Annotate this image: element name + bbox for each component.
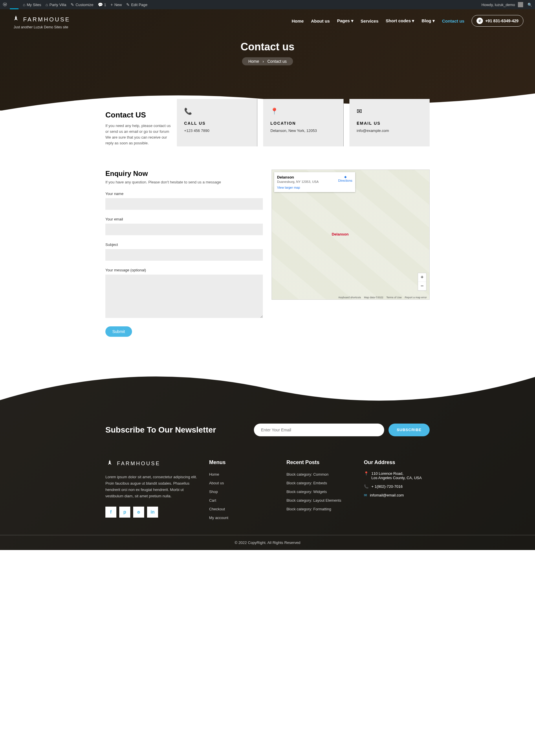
- my-sites-link[interactable]: ⌂My Sites: [23, 2, 41, 7]
- footer-email: infomail@email.com: [370, 493, 404, 497]
- location-value: Delanson, New York, 12053: [270, 128, 336, 133]
- call-value: +123 456 7890: [184, 128, 250, 133]
- menu-item[interactable]: About us: [209, 480, 275, 486]
- customize-label: Customize: [75, 3, 93, 7]
- avatar: [518, 2, 523, 7]
- recent-post-link[interactable]: Block category: Widgets: [286, 489, 352, 495]
- linkedin-icon[interactable]: in: [147, 507, 158, 518]
- recent-post-link[interactable]: Block category: Formatting: [286, 506, 352, 512]
- subscribe-button[interactable]: SUBSCRIBE: [388, 423, 430, 436]
- facebook-icon[interactable]: f: [105, 507, 116, 518]
- crumb-current: Contact us: [267, 59, 287, 64]
- nav-services[interactable]: Services: [361, 18, 379, 23]
- chevron-down-icon: ▾: [412, 18, 414, 23]
- logo-block[interactable]: FARMHOUSE Just another Luzuk Demo Sites …: [12, 15, 70, 29]
- directions-link[interactable]: ◆ Directions: [338, 175, 352, 182]
- howdy-link[interactable]: Howdy, luzuk_demo: [481, 2, 523, 7]
- new-link[interactable]: +New: [111, 2, 122, 7]
- zoom-out-button[interactable]: −: [418, 282, 426, 290]
- nav-contact[interactable]: Contact us: [442, 18, 465, 23]
- footer-brand: FARMHOUSE: [117, 461, 160, 467]
- directions-icon: ◆: [338, 175, 352, 179]
- view-larger-map-link[interactable]: View larger map: [277, 186, 319, 189]
- submit-button[interactable]: Submit: [105, 326, 132, 337]
- email-input[interactable]: [105, 224, 263, 235]
- contact-text: If you need any help, please contact us …: [105, 123, 171, 147]
- breadcrumb: Home › Contact us: [242, 57, 293, 66]
- map-credits: Keyboard shortcuts Map data ©2022 Terms …: [337, 296, 428, 299]
- pinterest-icon[interactable]: p: [119, 507, 130, 518]
- name-label: Your name: [105, 192, 263, 196]
- map-data-label: Map data ©2022: [364, 296, 383, 299]
- nav-shortcodes[interactable]: Short codes ▾: [386, 18, 414, 23]
- phone-icon: ✆: [476, 18, 483, 24]
- map-place-name: Delanson: [277, 175, 319, 179]
- search-icon[interactable]: 🔍: [527, 3, 532, 7]
- customize-link[interactable]: ✎Customize: [70, 2, 93, 7]
- logo-icon: [12, 15, 20, 24]
- mail-icon: ✉: [364, 493, 367, 497]
- phone-button[interactable]: ✆ +91 831-6349-429: [472, 15, 523, 27]
- email-card: ✉ EMAIL US info@example.com: [350, 99, 430, 147]
- map-pin-icon: 📍: [270, 108, 336, 115]
- mail-icon: ✉: [357, 108, 422, 115]
- recent-post-link[interactable]: Block category: Common: [286, 471, 352, 478]
- location-card: 📍 LOCATION Delanson, New York, 12053: [263, 99, 344, 147]
- email-value: info@example.com: [357, 128, 422, 133]
- nav-blog[interactable]: Blog ▾: [422, 18, 435, 23]
- newsletter-email-input[interactable]: [254, 423, 384, 436]
- site-name-link[interactable]: ⌂Party Villa: [45, 2, 66, 7]
- keyboard-shortcuts-link[interactable]: Keyboard shortcuts: [338, 296, 361, 299]
- nav-home[interactable]: Home: [292, 18, 304, 23]
- chevron-right-icon: ›: [263, 59, 264, 64]
- wave-divider: [0, 365, 535, 418]
- recent-post-link[interactable]: Block category: Layout Elements: [286, 497, 352, 504]
- comments-count: 1: [104, 3, 106, 7]
- newsletter-title: Subscribe To Our Newsletter: [105, 425, 216, 435]
- menu-item[interactable]: My account: [209, 515, 275, 521]
- map-pin-icon: 📍: [364, 471, 369, 480]
- crumb-home[interactable]: Home: [248, 59, 259, 64]
- enquiry-title: Enquiry Now: [105, 170, 263, 178]
- zoom-in-button[interactable]: +: [418, 273, 426, 282]
- message-label: Your message (optional): [105, 268, 263, 272]
- page-title: Contact us: [0, 41, 535, 53]
- footer-menus-col: Menus Home About us Shop Cart Checkout M…: [209, 459, 275, 524]
- site-name-label: Party Villa: [49, 3, 66, 7]
- footer-address-col: Our Address 📍 110 Lorence Road, Los Ange…: [364, 459, 430, 524]
- chevron-down-icon: ▾: [433, 18, 435, 23]
- comments-link[interactable]: 💬1: [98, 2, 106, 7]
- menu-item[interactable]: Shop: [209, 489, 275, 495]
- instagram-icon[interactable]: ⌾: [133, 507, 144, 518]
- wp-admin-bar: ⓦ ⌂My Sites ⌂Party Villa ✎Customize 💬1 +…: [0, 0, 535, 9]
- footer-about-text: Lorem ipsum dolor sit amet, consectetur …: [105, 474, 197, 500]
- nav-pages[interactable]: Pages ▾: [337, 18, 353, 23]
- my-sites-label: My Sites: [27, 3, 41, 7]
- footer-about-col: FARMHOUSE Lorem ipsum dolor sit amet, co…: [105, 459, 197, 524]
- menu-item[interactable]: Checkout: [209, 506, 275, 512]
- phone-number: +91 831-6349-429: [485, 18, 519, 23]
- phone-icon: 📞: [364, 484, 369, 489]
- footer-logo[interactable]: FARMHOUSE: [105, 459, 197, 468]
- location-label: LOCATION: [270, 121, 336, 125]
- email-label: EMAIL US: [357, 121, 422, 125]
- recent-post-link[interactable]: Block category: Embeds: [286, 480, 352, 486]
- map-place-addr: Duanesburg, NY 12053, USA: [277, 180, 319, 183]
- contact-intro: Contact US If you need any help, please …: [105, 99, 171, 147]
- main-nav: Home About us Pages ▾ Services Short cod…: [292, 15, 524, 27]
- report-error-link[interactable]: Report a map error: [405, 296, 427, 299]
- subject-input[interactable]: [105, 249, 263, 261]
- logo-icon: [105, 459, 114, 468]
- wp-logo[interactable]: ⓦ: [3, 2, 7, 7]
- copyright: © 2022 CopyRight. All Rights Reserved: [0, 535, 535, 550]
- email-label: Your email: [105, 217, 263, 221]
- menu-item[interactable]: Cart: [209, 497, 275, 504]
- edit-page-link[interactable]: ✎Edit Page: [126, 2, 147, 7]
- map[interactable]: Delanson Duanesburg, NY 12053, USA View …: [271, 170, 430, 300]
- nav-about[interactable]: About us: [311, 18, 330, 23]
- message-input[interactable]: [105, 275, 263, 318]
- terms-link[interactable]: Terms of Use: [386, 296, 402, 299]
- name-input[interactable]: [105, 198, 263, 210]
- map-info-card: Delanson Duanesburg, NY 12053, USA View …: [274, 172, 355, 192]
- menu-item[interactable]: Home: [209, 471, 275, 478]
